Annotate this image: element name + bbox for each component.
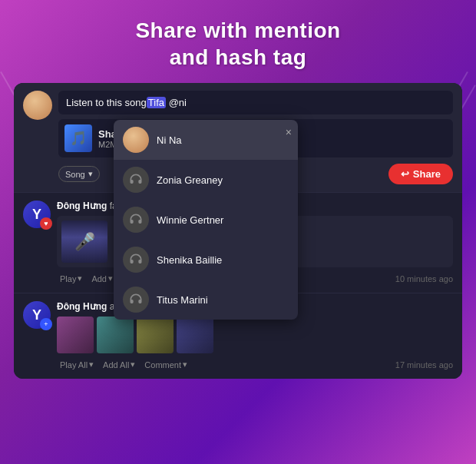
compose-input-display[interactable]: Listen to this song Tifa @ni xyxy=(58,91,453,114)
play-all-chevron: ▾ xyxy=(89,360,94,370)
mention-user-titus[interactable]: Titus Marini xyxy=(114,280,298,320)
mention-name-ni-na: Ni Na xyxy=(157,134,182,146)
feed-avatar-2: Y + xyxy=(23,301,51,329)
timestamp-2: 17 minutes ago xyxy=(395,360,453,370)
timestamp-1: 10 minutes ago xyxy=(395,274,453,283)
album-thumb-1 xyxy=(57,317,94,353)
user-avatar xyxy=(23,91,52,120)
comment-action-btn-2[interactable]: Comment ▾ xyxy=(141,358,190,371)
album-thumb-4 xyxy=(177,317,213,353)
post-compose-area: Listen to this song Tifa @ni 🎵 Shape of … xyxy=(14,83,462,192)
song-badge-label: Song xyxy=(65,170,85,179)
song-thumb-icon: 🎵 xyxy=(70,130,87,147)
feed-username-2: Đông Hưng xyxy=(57,301,107,312)
add-all-action-btn[interactable]: Add All ▾ xyxy=(100,358,138,371)
mention-avatar-zonia xyxy=(123,167,149,193)
mention-avatar-winnie xyxy=(123,207,149,233)
headphone-icon-zonia xyxy=(128,172,144,187)
feed-heart-badge: ♥ xyxy=(40,217,52,230)
mention-query: @ni xyxy=(169,97,187,108)
share-button[interactable]: ↩ Share xyxy=(388,164,453,184)
add-all-chevron: ▾ xyxy=(131,360,135,370)
album-thumb-2 xyxy=(97,317,134,353)
mention-name-zonia: Zonia Greaney xyxy=(157,174,223,186)
mention-avatar-titus xyxy=(123,287,149,313)
add-all-label: Add All xyxy=(103,360,129,370)
headphone-icon-shenika xyxy=(128,252,144,267)
app-frame: Listen to this song Tifa @ni 🎵 Shape of … xyxy=(14,83,462,379)
mention-user-shenika[interactable]: Shenika Baillie xyxy=(114,240,298,280)
headphone-icon-titus xyxy=(128,292,144,307)
mention-user-zonia[interactable]: Zonia Greaney xyxy=(114,160,298,200)
mention-user-ni-na[interactable]: Ni Na xyxy=(114,120,298,160)
dropdown-close-button[interactable]: × xyxy=(286,126,292,138)
britney-image: 🎤 xyxy=(61,220,107,263)
mention-highlight-tifa: Tifa xyxy=(147,97,166,108)
media-thumb-1: 🎤 xyxy=(61,220,107,263)
mention-user-winnie[interactable]: Winnie Gertner xyxy=(114,200,298,240)
song-badge-chevron: ▾ xyxy=(88,169,93,179)
add-chevron-1: ▾ xyxy=(108,273,113,283)
headphone-icon-winnie xyxy=(128,212,144,227)
add-action-btn-1[interactable]: Add ▾ xyxy=(88,272,116,285)
mention-dropdown: × Ni Na Zonia Greaney xyxy=(114,120,298,320)
compose-text-prefix: Listen to this song xyxy=(66,97,147,108)
play-action-btn-1[interactable]: Play ▾ xyxy=(57,272,85,285)
mention-avatar-shenika xyxy=(123,247,149,273)
share-arrow-icon: ↩ xyxy=(401,168,409,180)
album-row xyxy=(57,317,453,353)
feed-username-1: Đông Hưng xyxy=(57,201,107,211)
play-all-action-btn[interactable]: Play All ▾ xyxy=(57,358,97,371)
mention-name-winnie: Winnie Gertner xyxy=(157,214,223,226)
mention-name-titus: Titus Marini xyxy=(157,294,208,306)
page-title: Share with mentionand hash tag xyxy=(0,0,476,83)
song-thumbnail: 🎵 xyxy=(64,124,92,152)
feed-avatar-1: Y ♥ xyxy=(23,201,51,228)
feed-plus-badge: + xyxy=(40,318,52,330)
play-chevron-1: ▾ xyxy=(78,273,82,283)
add-action-label-1: Add xyxy=(91,274,107,283)
comment-chevron-2: ▾ xyxy=(183,360,187,370)
share-label: Share xyxy=(413,168,441,180)
mention-name-shenika: Shenika Baillie xyxy=(157,254,222,266)
feed-actions-2: Play All ▾ Add All ▾ Comment ▾ 17 minute… xyxy=(57,358,453,371)
play-all-label: Play All xyxy=(60,360,88,370)
album-thumb-3 xyxy=(137,317,174,353)
song-type-badge[interactable]: Song ▾ xyxy=(58,166,100,182)
mention-avatar-ni-na xyxy=(123,127,149,153)
play-action-label-1: Play xyxy=(60,274,76,283)
comment-label-2: Comment xyxy=(144,360,181,370)
